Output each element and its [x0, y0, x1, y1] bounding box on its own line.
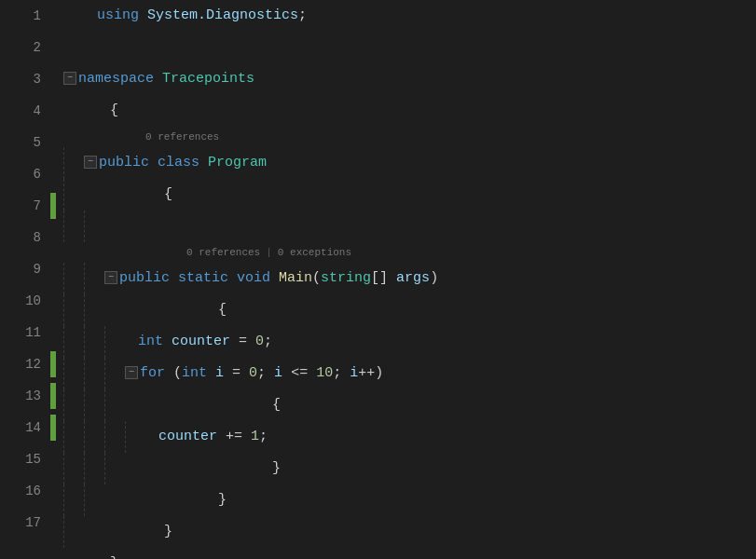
var-i: i: [215, 358, 224, 389]
type-int-11: int: [182, 358, 215, 389]
for-semi-1: ;: [257, 358, 274, 389]
line-num-5: 5: [0, 127, 41, 158]
keyword-public-5: public: [99, 147, 158, 179]
line-num-1: 1: [0, 0, 41, 32]
gutter-14: [48, 412, 60, 443]
brace-close-0: }: [76, 548, 118, 559]
gutter-1: [48, 0, 60, 32]
code-line-16: }: [63, 516, 756, 548]
var-i-inc: i: [350, 358, 358, 389]
gutter-10: [48, 285, 60, 317]
gutter-15: [48, 443, 60, 475]
keyword-public-8: public: [119, 263, 178, 294]
keyword-namespace: namespace: [78, 63, 162, 95]
collapse-method[interactable]: −: [104, 271, 117, 284]
brace-open-2: {: [117, 294, 227, 326]
breakpoint-7: [50, 193, 56, 219]
inc-op: ++): [358, 358, 383, 389]
semi-10: ;: [264, 326, 272, 358]
code-line-14: }: [63, 453, 756, 484]
brace-close-1: }: [97, 516, 172, 548]
line-num-11: 11: [0, 317, 41, 348]
num-10: 10: [316, 358, 333, 389]
code-line-12: {: [63, 389, 756, 421]
line-num-7: 7: [0, 190, 41, 222]
brace-open-0: {: [76, 95, 118, 127]
code-line-9: {: [63, 294, 756, 326]
code-line-1: using System.Diagnostics;: [63, 0, 756, 32]
gutter: [48, 0, 60, 559]
gutter-6: [48, 158, 60, 190]
gutter-2: [48, 32, 60, 63]
line-num-3: 3: [0, 63, 41, 95]
gutter-16: [48, 475, 60, 507]
line-numbers: 1 2 3 4 5 6 7 8 9 10 11 12 13 14 15 16 1…: [0, 0, 48, 559]
line-num-13: 13: [0, 380, 41, 412]
gutter-17: [48, 507, 60, 539]
method-main: Main: [279, 263, 312, 294]
code-line-5: − public class Program: [63, 147, 756, 179]
breakpoint-14: [50, 415, 56, 441]
num-0-for: 0: [249, 358, 257, 389]
num-1: 1: [251, 421, 259, 453]
num-0: 0: [255, 326, 264, 358]
line-num-10: 10: [0, 285, 41, 317]
line-num-8: 8: [0, 222, 41, 253]
code-line-11: − for (int i = 0; i <= 10; i++): [63, 358, 756, 389]
line-num-16: 16: [0, 475, 41, 507]
code-content: using System.Diagnostics; −namespace Tra…: [60, 0, 756, 559]
code-line-8: − public static void Main(string[] args): [63, 263, 756, 294]
line-num-9: 9: [0, 253, 41, 285]
meta-separator: |: [266, 242, 272, 263]
class-refs-label: 0 references: [145, 127, 219, 147]
var-counter-decl: counter: [172, 326, 230, 358]
code-line-13: counter += 1;: [63, 421, 756, 453]
line-num-12: 12: [0, 348, 41, 380]
line-num-15: 15: [0, 443, 41, 475]
method-refs-label: 0 references: [186, 242, 260, 263]
gutter-7: [48, 190, 60, 222]
line-num-4: 4: [0, 95, 41, 127]
semicolon-1: ;: [298, 0, 307, 32]
code-line-7: [63, 211, 756, 242]
line-num-17: 17: [0, 507, 41, 539]
class-meta: 0 references: [63, 127, 756, 147]
gutter-9: [48, 253, 60, 285]
gutter-5: [48, 127, 60, 158]
keyword-using: using: [63, 0, 147, 32]
method-exceptions-label: 0 exceptions: [278, 242, 351, 263]
keyword-for: for: [140, 358, 173, 389]
for-assign: =: [224, 358, 249, 389]
code-line-10: int counter = 0;: [63, 326, 756, 358]
type-int-10: int: [138, 326, 172, 358]
collapse-for[interactable]: −: [125, 366, 138, 379]
code-line-2: [63, 32, 756, 63]
for-paren-open: (: [173, 358, 182, 389]
breakpoint-13: [50, 383, 56, 409]
code-line-15: }: [63, 484, 756, 516]
line-num-2: 2: [0, 32, 41, 63]
type-string: string: [321, 263, 371, 294]
semi-13: ;: [259, 421, 268, 453]
collapse-class[interactable]: −: [84, 156, 97, 169]
plus-assign: +=: [217, 421, 251, 453]
brace-close-2: }: [117, 484, 227, 516]
gutter-3: [48, 63, 60, 95]
keyword-void: void: [237, 263, 279, 294]
code-line-3: −namespace Tracepoints: [63, 63, 756, 95]
gutter-4: [48, 95, 60, 127]
keyword-class: class: [158, 147, 208, 179]
assign-op: =: [230, 326, 255, 358]
gutter-13: [48, 380, 60, 412]
line-num-14: 14: [0, 412, 41, 443]
paren-close: ): [430, 263, 438, 294]
for-semi-2: ;: [333, 358, 350, 389]
keyword-static: static: [178, 263, 237, 294]
collapse-namespace[interactable]: −: [63, 72, 76, 85]
code-editor: 1 2 3 4 5 6 7 8 9 10 11 12 13 14 15 16 1…: [0, 0, 756, 559]
class-program: Program: [208, 147, 267, 179]
gutter-12: [48, 348, 60, 380]
namespace-tracepoints: Tracepoints: [162, 63, 254, 95]
lte-op: <=: [282, 358, 316, 389]
brace-close-3: }: [138, 453, 281, 484]
